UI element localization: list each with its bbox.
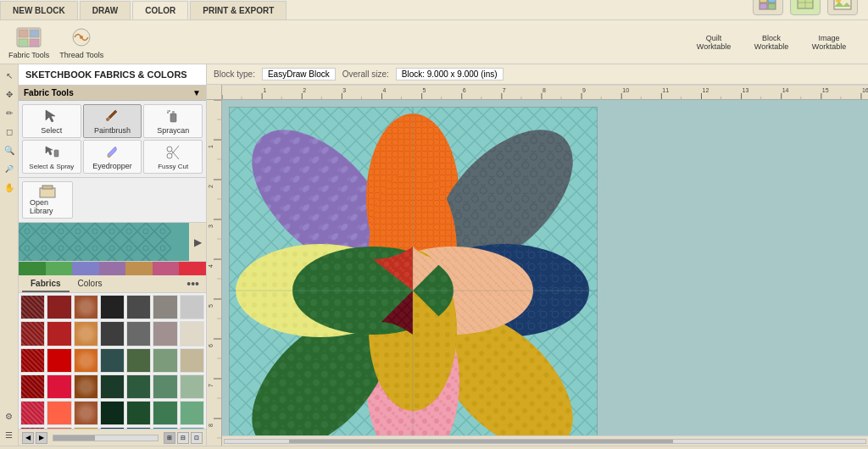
fabric-swatch-21[interactable] — [20, 374, 45, 399]
select-tool[interactable]: Select — [22, 104, 81, 138]
fabric-preview-arrow[interactable]: ▶ — [189, 223, 206, 261]
tab-color[interactable]: COLOR — [132, 1, 188, 19]
mini-color-green-dark[interactable] — [19, 262, 46, 275]
fabric-swatch-23[interactable] — [74, 374, 98, 399]
collapse-icon[interactable]: ▼ — [192, 88, 201, 97]
thread-tools-btn[interactable]: Thread Tools — [54, 24, 108, 61]
svg-text:9: 9 — [582, 87, 586, 93]
paintbrush-tool[interactable]: Paintbrush — [83, 104, 142, 138]
svg-text:16: 16 — [862, 87, 868, 93]
fabric-swatch-34[interactable] — [180, 401, 204, 425]
fabric-swatch-32[interactable] — [126, 401, 151, 425]
fabric-swatch-8[interactable] — [47, 321, 71, 346]
fabric-swatch-20[interactable] — [180, 348, 204, 373]
sidebar-icon-pencil[interactable]: ✏ — [2, 105, 17, 120]
mini-color-pink[interactable] — [153, 262, 180, 275]
fabric-swatch-4[interactable] — [126, 295, 151, 319]
fabric-swatch-5[interactable] — [153, 295, 177, 319]
fabric-swatch-14[interactable] — [20, 348, 45, 373]
svg-text:10: 10 — [622, 87, 629, 93]
eyedropper-tool[interactable]: Eyedropper — [83, 140, 142, 174]
sidebar-icon-settings[interactable]: ⚙ — [2, 408, 17, 424]
block-worktable-btn[interactable] — [790, 0, 821, 17]
view-small-btn[interactable]: ⊞ — [164, 432, 175, 444]
view-large-btn[interactable]: ⊡ — [191, 432, 203, 444]
tab-fabrics[interactable]: Fabrics — [22, 276, 70, 292]
fabric-swatch-29[interactable] — [47, 401, 71, 425]
sidebar-icon-hand[interactable]: ✋ — [2, 180, 17, 195]
svg-point-15 — [80, 36, 83, 39]
svg-point-16 — [106, 118, 109, 121]
fabric-swatch-25[interactable] — [126, 374, 151, 399]
tab-print-export[interactable]: PRINT & EXPORT — [190, 1, 287, 19]
svg-text:1: 1 — [263, 87, 266, 93]
fabric-grid[interactable] — [19, 293, 206, 429]
fabric-swatch-27[interactable] — [180, 374, 204, 399]
svg-text:14: 14 — [782, 87, 789, 93]
fabric-swatch-26[interactable] — [153, 374, 177, 399]
fabric-swatch-16[interactable] — [74, 348, 98, 373]
tab-new-block[interactable]: NEW BLOCK — [0, 1, 78, 19]
canvas-toolbar: Block type: EasyDraw Block Overall size:… — [207, 64, 868, 85]
mini-color-brown[interactable] — [125, 262, 153, 275]
fabric-swatch-1[interactable] — [47, 295, 71, 319]
svg-text:4: 4 — [382, 87, 386, 93]
fabric-swatch-24[interactable] — [100, 374, 125, 399]
mini-color-purple2[interactable] — [99, 262, 126, 275]
fussy-cut-tool[interactable]: Fussy Cut — [143, 140, 203, 174]
sidebar-icon-zoom-out[interactable]: 🔎 — [2, 161, 17, 176]
sidebar-icon-zoom-in[interactable]: 🔍 — [2, 142, 17, 158]
block-worktable-label: Block Worktable — [746, 34, 797, 51]
fabric-swatch-18[interactable] — [126, 348, 151, 373]
svg-rect-28 — [40, 188, 55, 197]
fabric-swatch-31[interactable] — [100, 401, 125, 425]
mini-color-red[interactable] — [179, 262, 206, 275]
fabric-swatch-13[interactable] — [180, 321, 204, 346]
fabric-swatch-11[interactable] — [126, 321, 151, 346]
sidebar-icon-layers[interactable]: ☰ — [2, 427, 17, 442]
more-options-btn[interactable]: ••• — [183, 275, 203, 292]
fabric-swatch-10[interactable] — [100, 321, 125, 346]
spraycan-label: Spraycan — [157, 126, 189, 135]
fabric-swatch-6[interactable] — [180, 295, 204, 319]
tab-colors[interactable]: Colors — [70, 276, 111, 292]
fabric-swatch-0[interactable] — [20, 295, 45, 319]
fabric-swatch-28[interactable] — [20, 401, 45, 425]
svg-rect-29 — [42, 186, 53, 189]
image-worktable-btn[interactable] — [827, 0, 858, 17]
fabric-swatch-33[interactable] — [153, 401, 177, 425]
view-medium-btn[interactable]: ⊟ — [177, 432, 189, 444]
fabric-swatch-12[interactable] — [153, 321, 177, 346]
fabric-swatch-9[interactable] — [74, 321, 98, 346]
fabric-swatch-30[interactable] — [74, 401, 98, 425]
fabric-tools-btn[interactable]: Fabric Tools — [3, 24, 54, 61]
scroll-left-btn[interactable]: ◀ — [22, 432, 34, 444]
status-bar: Ready Block Style: EasyDraw Block Block:… — [0, 446, 868, 449]
scroll-right-btn[interactable]: ▶ — [36, 432, 47, 444]
svg-text:3: 3 — [208, 224, 214, 228]
eyedropper-label: Eyedropper — [92, 162, 132, 170]
tab-draw[interactable]: DRAW — [80, 1, 131, 19]
fabric-swatch-17[interactable] — [100, 348, 125, 373]
spraycan-tool[interactable]: Spraycan — [143, 104, 203, 138]
fabric-swatch-7[interactable] — [20, 321, 45, 346]
svg-text:8: 8 — [208, 424, 214, 427]
left-panel: SKETCHBOOK FABRICS & COLORS Fabric Tools… — [19, 64, 207, 446]
fabric-swatch-19[interactable] — [153, 348, 177, 373]
fabric-swatch-22[interactable] — [47, 374, 71, 399]
mini-color-green[interactable] — [46, 262, 73, 275]
scroll-bar[interactable] — [53, 435, 159, 441]
fabric-swatch-15[interactable] — [47, 348, 71, 373]
fabric-swatch-3[interactable] — [100, 295, 125, 319]
quilt-worktable-btn[interactable] — [753, 0, 783, 17]
sidebar-icon-eraser[interactable]: ◻ — [2, 124, 17, 139]
sidebar-icon-pointer[interactable]: ↖ — [2, 68, 17, 83]
block-type-value[interactable]: EasyDraw Block — [262, 68, 336, 80]
mini-color-purple[interactable] — [72, 262, 99, 275]
fabric-swatch-2[interactable] — [74, 295, 98, 319]
canvas-viewport[interactable] — [222, 100, 868, 446]
sidebar-icon-move[interactable]: ✥ — [2, 86, 17, 102]
canvas-hscroll[interactable] — [224, 439, 866, 444]
select-spray-tool[interactable]: Select & Spray — [22, 140, 81, 174]
open-library-btn[interactable]: Open Library — [22, 181, 73, 219]
